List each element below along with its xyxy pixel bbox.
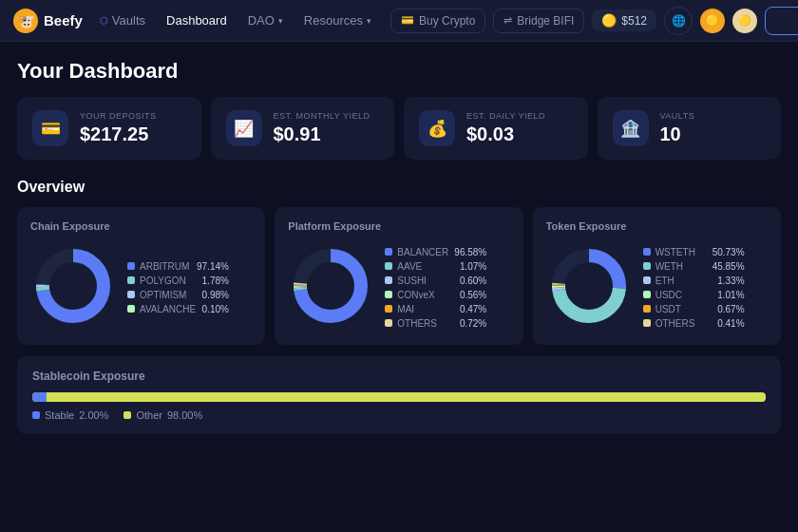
chain-legend: ARBITRUM 97.14% POLYGON 1.78% OPTIMISM 0… bbox=[127, 261, 229, 314]
stable-label-stable: Stable 2.00% bbox=[32, 409, 108, 421]
token-chart-title: Token Exposure bbox=[546, 220, 768, 232]
nav-dao[interactable]: DAO ▾ bbox=[240, 10, 291, 31]
eth-dot bbox=[643, 276, 651, 284]
stat-card-vaults: 🏦 VAULTS 10 bbox=[598, 97, 782, 160]
legend-polygon: POLYGON 1.78% bbox=[127, 276, 229, 286]
other-dot bbox=[124, 411, 131, 419]
monthly-icon: 📈 bbox=[226, 110, 262, 146]
usdt-dot bbox=[643, 305, 651, 313]
svg-point-13 bbox=[308, 263, 353, 309]
chain-donut bbox=[30, 243, 116, 332]
svg-point-5 bbox=[50, 263, 96, 309]
platform-legend: BALANCER 96.58% AAVE 1.07% SUSHI 0.60% bbox=[385, 247, 486, 329]
daily-icon: 💰 bbox=[419, 110, 455, 146]
chart-chain-exposure: Chain Exposure bbox=[17, 207, 265, 345]
optimism-dot bbox=[127, 291, 135, 298]
dao-chevron-icon: ▾ bbox=[278, 16, 283, 26]
stat-cards: 💳 YOUR DEPOSITS $217.25 📈 EST. MONTHLY Y… bbox=[17, 97, 781, 160]
wsteth-dot bbox=[643, 248, 651, 256]
stat-card-monthly: 📈 EST. MONTHLY YIELD $0.91 bbox=[211, 97, 395, 160]
credit-card-icon: 💳 bbox=[401, 14, 414, 27]
avatar-light[interactable]: 🟡 bbox=[732, 9, 757, 33]
legend-sushi: SUSHI 0.60% bbox=[385, 276, 486, 286]
legend-balancer: BALANCER 96.58% bbox=[385, 247, 486, 257]
avatar-icon: 🟡 bbox=[706, 14, 719, 27]
stablecoin-card: Stablecoin Exposure Stable 2.00% Other 9… bbox=[17, 356, 781, 434]
arbitrum-dot bbox=[127, 262, 135, 270]
legend-wsteth: WSTETH 50.73% bbox=[643, 247, 745, 257]
bridge-icon: ⇌ bbox=[504, 14, 512, 27]
stat-card-deposits: 💳 YOUR DEPOSITS $217.25 bbox=[17, 97, 201, 160]
stable-bar-fill bbox=[32, 392, 47, 402]
weth-dot bbox=[643, 262, 651, 270]
price-icon: 🟡 bbox=[601, 13, 617, 28]
legend-aave: AAVE 1.07% bbox=[385, 261, 486, 272]
legend-platform-others: OTHERS 0.72% bbox=[385, 318, 486, 329]
usdc-dot bbox=[643, 291, 651, 298]
legend-usdt: USDT 0.67% bbox=[643, 304, 745, 314]
mai-dot bbox=[385, 305, 392, 313]
token-legend: WSTETH 50.73% WETH 45.85% ETH 1.33% bbox=[643, 247, 745, 329]
legend-avalanche: AVALANCHE 0.10% bbox=[127, 304, 229, 314]
balancer-dot bbox=[385, 248, 392, 256]
daily-value: $0.03 bbox=[466, 124, 545, 145]
deposits-value: $217.25 bbox=[80, 124, 157, 145]
page-title: Your Dashboard bbox=[17, 59, 781, 84]
legend-convex: CONveX 0.56% bbox=[385, 290, 486, 300]
sushi-dot bbox=[385, 276, 392, 284]
navbar: 🐮 Beefy ⬡ Vaults Dashboard DAO ▾ Resourc… bbox=[0, 0, 798, 42]
monthly-label: EST. MONTHLY YIELD bbox=[274, 111, 370, 121]
nav-resources[interactable]: Resources ▾ bbox=[296, 10, 379, 31]
resources-chevron-icon: ▾ bbox=[367, 16, 371, 26]
logo[interactable]: 🐮 Beefy bbox=[13, 9, 83, 33]
nav-right: 💳 Buy Crypto ⇌ Bridge BIFI 🟡 $512 🌐 🟡 🟡 bbox=[390, 7, 798, 35]
legend-token-others: OTHERS 0.41% bbox=[643, 318, 745, 329]
avalanche-dot bbox=[127, 305, 135, 313]
vaults-value: 10 bbox=[660, 124, 695, 145]
stable-label-other: Other 98.00% bbox=[124, 409, 202, 421]
deposits-label: YOUR DEPOSITS bbox=[80, 111, 157, 121]
polygon-dot bbox=[127, 276, 135, 284]
avatar-yellow[interactable]: 🟡 bbox=[700, 9, 725, 33]
stable-dot bbox=[32, 411, 40, 419]
platform-donut bbox=[288, 243, 373, 332]
token-donut bbox=[546, 243, 632, 332]
legend-optimism: OPTIMISM 0.98% bbox=[127, 290, 229, 300]
monthly-value: $0.91 bbox=[274, 124, 370, 145]
globe-button[interactable]: 🌐 bbox=[664, 7, 693, 35]
platform-chart-title: Platform Exposure bbox=[288, 220, 509, 232]
buy-crypto-button[interactable]: 💳 Buy Crypto bbox=[390, 9, 485, 33]
connect-button[interactable] bbox=[765, 7, 798, 35]
platform-others-dot bbox=[385, 319, 392, 327]
avatar2-icon: 🟡 bbox=[738, 14, 751, 27]
legend-arbitrum: ARBITRUM 97.14% bbox=[127, 261, 229, 272]
chain-chart-title: Chain Exposure bbox=[30, 220, 252, 232]
legend-mai: MAI 0.47% bbox=[385, 304, 486, 314]
legend-eth: ETH 1.33% bbox=[643, 276, 745, 286]
nav-dashboard[interactable]: Dashboard bbox=[159, 10, 235, 31]
daily-label: EST. DAILY YIELD bbox=[466, 111, 545, 121]
nav-vaults[interactable]: ⬡ Vaults bbox=[92, 10, 153, 31]
chart-platform-exposure: Platform Exposure bbox=[275, 207, 522, 345]
vaults-icon: 🏦 bbox=[613, 110, 649, 146]
legend-usdc: USDC 1.01% bbox=[643, 290, 745, 300]
svg-point-21 bbox=[566, 263, 612, 309]
token-others-dot bbox=[643, 319, 651, 327]
deposits-icon: 💳 bbox=[32, 110, 68, 146]
stable-title: Stablecoin Exposure bbox=[32, 370, 766, 383]
legend-weth: WETH 45.85% bbox=[643, 261, 745, 272]
price-badge: 🟡 $512 bbox=[592, 10, 656, 31]
stable-labels: Stable 2.00% Other 98.00% bbox=[32, 409, 766, 421]
stable-bar bbox=[32, 392, 766, 402]
overview-title: Overview bbox=[17, 179, 781, 196]
bridge-bifi-button[interactable]: ⇌ Bridge BIFI bbox=[493, 9, 584, 33]
vaults-label: VAULTS bbox=[660, 111, 695, 121]
chart-row: Chain Exposure bbox=[17, 207, 781, 345]
chart-token-exposure: Token Exposure bbox=[533, 207, 781, 345]
globe-icon: 🌐 bbox=[672, 14, 686, 28]
stat-card-daily: 💰 EST. DAILY YIELD $0.03 bbox=[404, 97, 588, 160]
aave-dot bbox=[385, 262, 392, 270]
main-content: Your Dashboard 💳 YOUR DEPOSITS $217.25 📈… bbox=[0, 42, 798, 444]
convex-dot bbox=[385, 291, 392, 298]
logo-icon: 🐮 bbox=[13, 9, 38, 33]
